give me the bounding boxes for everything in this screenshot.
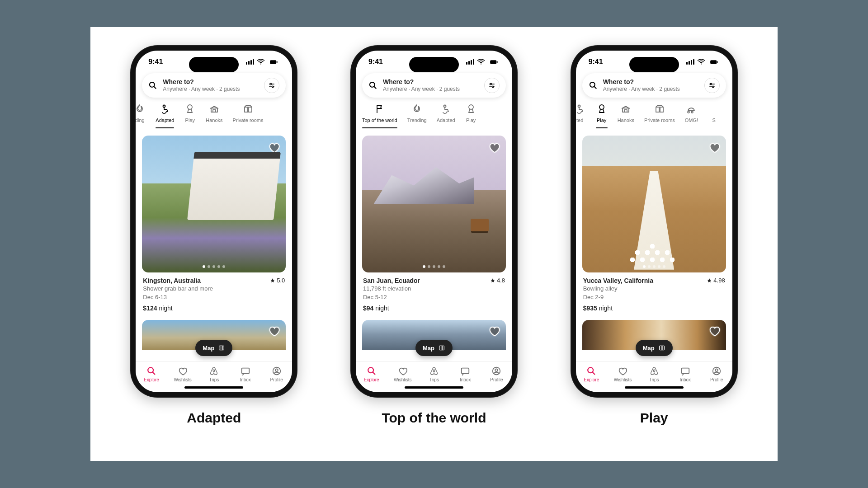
phone-column-play: 9:41 Where to? Anywhere · Any week · 2 g… (571, 45, 738, 426)
chat-icon (680, 366, 690, 376)
nav-explore[interactable]: Explore (356, 362, 387, 386)
listing-feed[interactable]: Kingston, Australia 5.0 Shower grab bar … (136, 129, 292, 361)
listing-location: Kingston, Australia (143, 277, 201, 284)
nav-profile[interactable]: Profile (701, 362, 732, 386)
status-icons (686, 58, 720, 66)
tab-omg[interactable]: OMG! (685, 103, 698, 129)
listing-feed[interactable]: San Juan, Ecuador 4.8 11,798 ft elevatio… (356, 129, 512, 361)
nav-trips[interactable]: Trips (198, 362, 230, 386)
map-label: Map (643, 345, 655, 352)
nav-profile[interactable]: Profile (261, 362, 292, 386)
listing-dates: Dec 6-13 (143, 293, 285, 302)
battery-icon (708, 58, 720, 66)
tab-trending-partial[interactable]: ding (136, 103, 146, 129)
listing-subtitle: Bowling alley (583, 284, 725, 293)
tab-label: ted (576, 117, 583, 123)
phone-caption: Top of the world (382, 410, 486, 426)
tab-adapted-partial[interactable]: ted (576, 103, 586, 129)
wishlist-heart-button[interactable] (268, 324, 280, 337)
nav-explore[interactable]: Explore (136, 362, 167, 386)
tab-label: Hanoks (206, 117, 222, 123)
trending-icon (136, 103, 146, 115)
wishlist-heart-button[interactable] (488, 141, 500, 154)
listing-price: $94 night (363, 305, 505, 312)
tab-hanoks[interactable]: Hanoks (206, 103, 222, 129)
listing-feed[interactable]: Yucca Valley, California 4.98 Bowling al… (576, 129, 732, 361)
home-indicator (405, 386, 463, 389)
nav-inbox[interactable]: Inbox (450, 362, 481, 386)
search-bar[interactable]: Where to? Anywhere · Any week · 2 guests (582, 73, 726, 98)
listing-card[interactable]: Kingston, Australia 5.0 Shower grab bar … (142, 136, 286, 312)
filter-button[interactable] (704, 78, 720, 93)
wishlist-heart-button[interactable] (268, 141, 280, 154)
nav-trips[interactable]: Trips (638, 362, 670, 386)
nav-profile[interactable]: Profile (481, 362, 512, 386)
search-bar[interactable]: Where to? Anywhere · Any week · 2 guests (142, 73, 286, 98)
wishlist-heart-button[interactable] (708, 324, 721, 337)
tab-trending[interactable]: Trending (407, 103, 427, 129)
heart-icon (178, 366, 188, 376)
nav-wishlists[interactable]: Wishlists (607, 362, 638, 386)
listing-photo[interactable] (142, 136, 286, 272)
tab-private-rooms[interactable]: Private rooms (644, 103, 675, 129)
nav-inbox[interactable]: Inbox (230, 362, 261, 386)
category-tabs[interactable]: ding Adapted Play Hanoks (136, 98, 292, 129)
hanok-icon (208, 103, 220, 115)
tab-partial[interactable]: S (708, 103, 720, 129)
flag-icon (374, 103, 386, 115)
photo-pagination-dots (203, 265, 225, 268)
wheelchair-icon (159, 103, 171, 115)
phone-screen: 9:41 Where to? Anywhere · Any week · 2 g… (576, 51, 732, 392)
tab-top-of-world[interactable]: Top of the world (362, 103, 397, 129)
search-text: Where to? Anywhere · Any week · 2 guests (163, 78, 259, 92)
listing-photo[interactable] (582, 136, 726, 272)
nav-inbox[interactable]: Inbox (670, 362, 701, 386)
tab-play[interactable]: Play (184, 103, 196, 129)
wishlist-heart-button[interactable] (488, 324, 500, 337)
listing-price: $124 night (143, 305, 285, 312)
search-title: Where to? (163, 78, 259, 86)
nav-wishlists[interactable]: Wishlists (387, 362, 418, 386)
map-button[interactable]: Map (195, 340, 232, 356)
filter-button[interactable] (264, 78, 279, 93)
tab-adapted[interactable]: Adapted (437, 103, 455, 129)
filter-icon (268, 81, 276, 89)
map-button[interactable]: Map (415, 340, 453, 356)
listing-card[interactable]: San Juan, Ecuador 4.8 11,798 ft elevatio… (362, 136, 506, 312)
airbnb-icon (209, 366, 219, 376)
map-label: Map (423, 345, 434, 352)
tab-label: Play (466, 117, 476, 123)
tab-label: Play (185, 117, 195, 123)
map-icon (218, 344, 225, 352)
tab-hanoks[interactable]: Hanoks (618, 103, 634, 129)
search-icon (146, 366, 156, 376)
nav-trips[interactable]: Trips (418, 362, 449, 386)
photo-pagination-dots (423, 265, 445, 268)
map-button[interactable]: Map (636, 340, 673, 356)
fire-icon (411, 103, 423, 115)
listing-photo[interactable] (362, 136, 506, 272)
showcase-canvas: 9:41 Where to? Anywhere · Any week · 2 g… (90, 27, 778, 461)
tab-adapted[interactable]: Adapted (156, 103, 174, 129)
search-bar[interactable]: Where to? Anywhere · Any week · 2 guests (362, 73, 506, 98)
wishlist-heart-button[interactable] (708, 141, 721, 154)
map-label: Map (203, 345, 214, 352)
tab-play[interactable]: Play (596, 103, 608, 129)
category-tabs[interactable]: ted Play Hanoks Private rooms (576, 98, 732, 129)
nav-wishlists[interactable]: Wishlists (167, 362, 198, 386)
search-title: Where to? (383, 78, 479, 86)
nav-explore[interactable]: Explore (576, 362, 607, 386)
listing-info: San Juan, Ecuador 4.8 11,798 ft elevatio… (362, 272, 506, 312)
listing-location: San Juan, Ecuador (363, 277, 420, 284)
dynamic-island (189, 57, 239, 72)
listing-dates: Dec 2-9 (583, 293, 725, 302)
filter-button[interactable] (484, 78, 500, 93)
tab-private-rooms[interactable]: Private rooms (233, 103, 264, 129)
tab-play[interactable]: Play (465, 103, 477, 129)
hanok-icon (620, 103, 632, 115)
wheelchair-icon (576, 103, 586, 115)
category-tabs[interactable]: Top of the world Trending Adapted Play (356, 98, 512, 129)
phone-frame: 9:41 Where to? Anywhere · Any week · 2 g… (571, 45, 738, 398)
listing-card[interactable]: Yucca Valley, California 4.98 Bowling al… (582, 136, 726, 312)
status-time: 9:41 (148, 58, 163, 66)
